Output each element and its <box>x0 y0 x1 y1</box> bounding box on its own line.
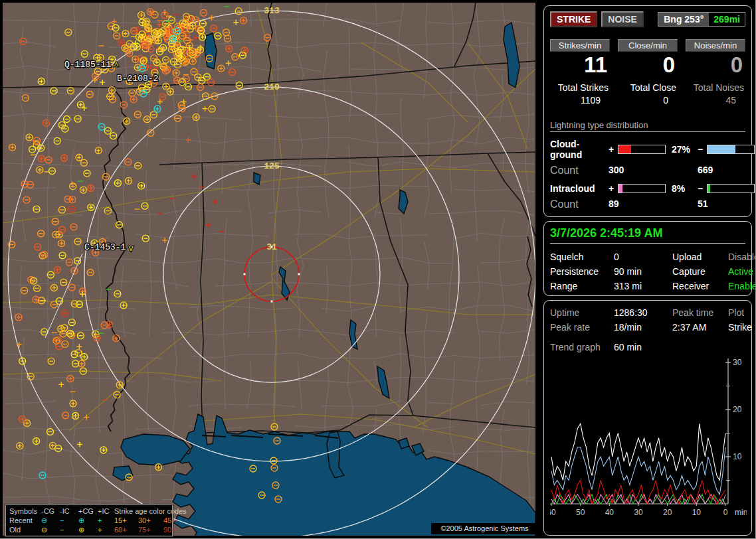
uptime-label: Uptime <box>550 307 614 318</box>
svg-text:30: 30 <box>634 508 643 517</box>
cg-minus-recent-icon: ⊖ <box>41 516 60 525</box>
svg-text:20: 20 <box>663 508 672 517</box>
range-value: 313 mi <box>614 281 672 291</box>
svg-text:50: 50 <box>576 508 585 517</box>
close-column: Close/min 0 Total Close 0 <box>618 39 678 106</box>
close-per-min-header: Close/min <box>618 39 678 52</box>
persistence-label: Persistence <box>550 266 614 277</box>
cloud-ground-row: Cloud-ground + 27% − 60% <box>550 139 745 160</box>
legend-symbols-header: Symbols <box>9 506 41 516</box>
ic-plus-bar <box>618 184 666 193</box>
cg-minus-old-icon: ⊖ <box>41 525 60 534</box>
age-30: 30+ <box>138 516 163 525</box>
peak-time-value: 2:37 AM <box>672 322 728 333</box>
minus-sign: − <box>698 144 707 155</box>
svg-text:10: 10 <box>692 508 702 517</box>
legend-col-cgm: -CG <box>41 506 60 516</box>
age-90: 90+ <box>163 525 187 534</box>
peak-time-label: Peak time <box>672 307 728 318</box>
upload-label: Upload <box>672 252 728 262</box>
legend-col-icm: -IC <box>60 506 78 516</box>
svg-text:219: 219 <box>264 82 280 92</box>
age-60: 60+ <box>114 525 138 534</box>
statistics-panel: STRIKE NOISE Bng 253° 269mi Strikes/min … <box>543 5 752 217</box>
cloud-ground-count-row: Count 300 669 <box>550 165 745 177</box>
storm-cell-label: Q-1185-11 <box>64 60 111 70</box>
ic-plus-recent-icon: + <box>98 516 114 525</box>
storm-motion-arrow: v <box>128 244 134 254</box>
total-strikes-value: 1109 <box>550 95 610 106</box>
ic-minus-bar <box>707 184 755 193</box>
svg-text:125: 125 <box>264 161 280 171</box>
svg-text:31: 31 <box>266 242 277 252</box>
upload-status: Disabled <box>728 252 756 262</box>
ic-plus-percent: 8% <box>668 183 698 194</box>
peak-rate-label: Peak rate <box>550 322 614 333</box>
intracloud-label: Intracloud <box>550 183 609 194</box>
uptime-value: 1286:30 <box>614 307 672 318</box>
legend-row-recent: Recent <box>9 516 41 525</box>
capture-status: Active <box>728 266 756 277</box>
age-45: 45+ <box>163 516 187 525</box>
minus-sign: − <box>698 183 707 194</box>
ic-minus-old-icon: − <box>60 525 78 534</box>
plus-sign: + <box>609 144 618 155</box>
lightning-map[interactable]: 31125219313Q-1185-11^B-2108-2C-1453-1v S… <box>3 3 535 536</box>
peak-rate-value: 18/min <box>614 322 672 333</box>
plot-value: Strike <box>728 322 752 333</box>
storm-cell-label: C-1453-1 <box>84 242 126 252</box>
receiver-label: Receiver <box>672 281 728 291</box>
intracloud-row: Intracloud + 8% − 5% <box>550 183 745 194</box>
count-label: Count <box>550 165 609 177</box>
ic-plus-old-icon: + <box>98 525 114 534</box>
storm-motion-arrow: ^ <box>114 61 119 71</box>
bearing-label: Bng 253° <box>658 13 709 26</box>
cloud-ground-label: Cloud-ground <box>550 139 609 160</box>
noise-button[interactable]: NOISE <box>601 11 644 27</box>
squelch-label: Squelch <box>550 252 614 262</box>
plus-sign: + <box>609 183 618 194</box>
cg-plus-bar <box>618 145 666 154</box>
legend-age-header: Strike age color codes <box>114 506 187 516</box>
cg-plus-percent: 27% <box>668 144 698 155</box>
cg-plus-recent-icon: ⊕ <box>78 516 98 525</box>
strikes-column: Strikes/min 11 Total Strikes 1109 <box>550 39 610 106</box>
total-noises-label: Total Noises <box>686 82 745 93</box>
trend-graph-value: 60 min <box>614 342 672 352</box>
svg-text:60: 60 <box>550 508 556 517</box>
persistence-value: 90 min <box>614 266 672 277</box>
range-label: Range <box>550 281 614 291</box>
ic-minus-recent-icon: − <box>60 516 78 525</box>
ic-minus-count: 51 <box>698 198 745 210</box>
count-label: Count <box>550 198 609 210</box>
noises-per-min-value: 0 <box>686 53 745 77</box>
trend-panel: Uptime 1286:30 Peak time Plot Peak rate … <box>543 300 752 536</box>
bearing-distance: 269mi <box>709 13 745 26</box>
close-per-min-value: 0 <box>618 53 678 77</box>
bearing-display: Bng 253° 269mi <box>658 12 745 27</box>
noises-column: Noises/min 0 Total Noises 45 <box>686 39 745 106</box>
trend-chart: 1020306050403020100min <box>550 355 747 522</box>
datetime-display: 3/7/2026 2:45:19 AM <box>550 224 745 244</box>
cg-minus-bar <box>707 145 755 154</box>
age-75: 75+ <box>138 525 163 534</box>
cg-plus-old-icon: ⊕ <box>78 525 98 534</box>
age-15: 15+ <box>114 516 138 525</box>
storm-cell-label: B-2108-2 <box>117 74 158 84</box>
cg-plus-count: 300 <box>609 165 698 177</box>
svg-text:40: 40 <box>605 508 614 517</box>
copyright-label: ©2005 Astrogenic Systems <box>431 523 538 534</box>
capture-label: Capture <box>672 266 728 277</box>
strikes-per-min-value: 11 <box>550 53 610 77</box>
total-noises-value: 45 <box>686 95 745 106</box>
strike-button[interactable]: STRIKE <box>550 11 597 27</box>
svg-text:30: 30 <box>733 358 742 367</box>
svg-text:min: min <box>735 508 747 517</box>
svg-text:313: 313 <box>264 6 280 16</box>
plot-label: Plot <box>728 307 752 318</box>
map-canvas[interactable]: 31125219313Q-1185-11^B-2108-2C-1453-1v <box>3 3 535 536</box>
svg-text:10: 10 <box>733 452 742 461</box>
ic-plus-count: 89 <box>609 198 698 210</box>
status-panel: 3/7/2026 2:45:19 AM Squelch 0 Upload Dis… <box>543 221 752 296</box>
total-close-value: 0 <box>618 95 678 106</box>
